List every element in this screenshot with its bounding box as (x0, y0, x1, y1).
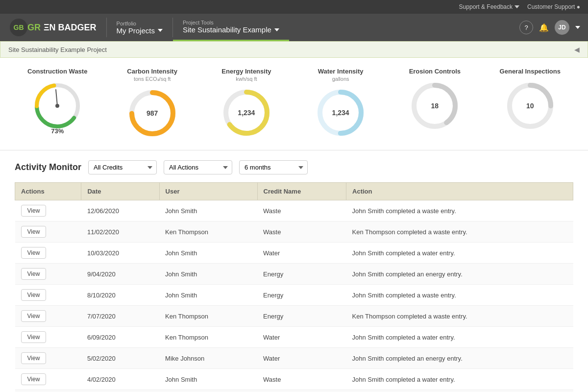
cell-view: View (15, 285, 81, 306)
erosion-controls-gauge: 18 (408, 79, 462, 133)
view-button[interactable]: View (21, 205, 47, 217)
col-header-user: User (159, 183, 257, 200)
cell-user: John Smith (159, 369, 257, 390)
credits-filter[interactable]: All Credits Waste Water Energy Carbon (88, 160, 157, 174)
view-button[interactable]: View (21, 268, 47, 280)
metric-carbon-intensity: Carbon Intensity tons ECO₂/sq ft 987 (123, 68, 182, 140)
cell-credit: Energy (257, 306, 346, 327)
cell-action: Ken Thompson completed a waste entry. (346, 306, 573, 327)
table-row: View 6/09/2020 Ken Thompson Water John S… (15, 327, 573, 348)
cell-user: John Smith (159, 264, 257, 285)
cell-action: John Smith completed an energy entry. (346, 264, 573, 285)
view-button[interactable]: View (21, 373, 47, 385)
col-header-date: Date (81, 183, 159, 200)
cell-date: 10/03/2020 (81, 243, 159, 264)
metrics-row: Construction Waste 73% Carbon Intensity (15, 68, 573, 140)
cell-action: John Smith completed a waste entry. (346, 200, 573, 221)
cell-view: View (15, 306, 81, 327)
activity-header: Activity Monitor All Credits Waste Water… (15, 160, 573, 174)
nav-right: ? 🔔 JD (512, 14, 588, 41)
support-feedback-link[interactable]: Support & Feedback (459, 3, 519, 10)
activity-monitor-title: Activity Monitor (15, 162, 81, 172)
cell-action: Ken Thompson completed a waste entry. (346, 221, 573, 243)
cell-user: Ken Thompson (159, 327, 257, 348)
carbon-intensity-gauge: 987 (125, 86, 179, 140)
cell-view: View (15, 327, 81, 348)
cell-user: John Smith (159, 285, 257, 306)
cell-credit: Waste (257, 200, 346, 221)
notifications-button[interactable]: 🔔 (539, 23, 549, 32)
user-menu-chevron[interactable] (575, 26, 580, 29)
table-header: Actions Date User Credit Name Action (15, 183, 573, 200)
col-header-credit: Credit Name (257, 183, 346, 200)
dashboard-metrics: Construction Waste 73% Carbon Intensity (0, 58, 588, 150)
cell-view: View (15, 369, 81, 390)
metric-construction-waste: Construction Waste 73% (27, 68, 87, 133)
view-button[interactable]: View (21, 247, 47, 259)
logo-area: GB GRΞN BADGER (0, 14, 106, 41)
svg-line-5 (56, 90, 57, 106)
cell-credit: Waste (257, 369, 346, 390)
svg-text:GB: GB (14, 24, 24, 31)
portfolio-nav[interactable]: Portfolio My Projects (107, 14, 172, 41)
metric-general-inspections: General Inspections 10 (500, 68, 561, 133)
view-button[interactable]: View (21, 289, 47, 301)
table-body: View 12/06/2020 John Smith Waste John Sm… (15, 200, 573, 392)
help-button[interactable]: ? (519, 21, 533, 34)
cell-user: John Smith (159, 243, 257, 264)
breadcrumb-text: Site Sustainability Example Project (8, 46, 107, 53)
view-button[interactable]: View (21, 226, 47, 238)
table-row: View 7/07/2020 Ken Thompson Energy Ken T… (15, 306, 573, 327)
table-row: View 3/12/2020 John Smith Energy John Sm… (15, 390, 573, 392)
cell-user: John Smith (159, 390, 257, 392)
actions-filter[interactable]: All Actions Completed Pending (164, 160, 232, 174)
cell-date: 8/10/2020 (81, 285, 159, 306)
col-header-action: Action (346, 183, 573, 200)
table-row: View 8/10/2020 John Smith Energy John Sm… (15, 285, 573, 306)
cell-date: 11/02/2020 (81, 221, 159, 243)
activity-section: Activity Monitor All Credits Waste Water… (0, 150, 588, 392)
cell-action: John Smith completed an energy entry. (346, 390, 573, 392)
months-filter[interactable]: 3 months 6 months 12 months All time (239, 160, 308, 174)
cell-user: Ken Thompson (159, 306, 257, 327)
cell-date: 3/12/2020 (81, 390, 159, 392)
svg-point-6 (55, 104, 59, 108)
cell-credit: Energy (257, 264, 346, 285)
cell-view: View (15, 221, 81, 243)
table-row: View 9/04/2020 John Smith Energy John Sm… (15, 264, 573, 285)
logo-icon: GB (10, 19, 27, 36)
table-row: View 5/02/2020 Mike Johnson Water John S… (15, 348, 573, 369)
cell-date: 7/07/2020 (81, 306, 159, 327)
col-header-actions: Actions (15, 183, 81, 200)
cell-user: Mike Johnson (159, 348, 257, 369)
customer-support-link[interactable]: Customer Support ● (527, 3, 580, 10)
logo-text: GRΞN BADGER (27, 23, 97, 33)
view-button[interactable]: View (21, 310, 47, 322)
metric-erosion-controls: Erosion Controls 18 (405, 68, 464, 133)
cell-date: 12/06/2020 (81, 200, 159, 221)
project-tools-nav[interactable]: Project Tools Site Sustainability Exampl… (173, 14, 289, 41)
metric-energy-intensity: Energy Intensity kwh/sq ft 1,234 (217, 68, 276, 140)
metric-water-intensity: Water Intensity gallons 1,234 (311, 68, 370, 140)
cell-view: View (15, 243, 81, 264)
construction-waste-gauge: 73% (30, 79, 84, 133)
breadcrumb-bar: Site Sustainability Example Project ◀ (0, 41, 588, 58)
breadcrumb-collapse-button[interactable]: ◀ (574, 46, 580, 53)
cell-view: View (15, 264, 81, 285)
activity-table: Actions Date User Credit Name Action Vie… (15, 182, 573, 392)
cell-action: John Smith completed a water entry. (346, 243, 573, 264)
cell-action: John Smith completed a waste entry. (346, 285, 573, 306)
cell-action: John Smith completed an energy entry. (346, 348, 573, 369)
cell-action: John Smith completed a water entry. (346, 369, 573, 390)
nav-bar: GB GRΞN BADGER Portfolio My Projects Pro… (0, 14, 588, 41)
general-inspections-gauge: 10 (503, 79, 557, 133)
cell-credit: Energy (257, 390, 346, 392)
cell-credit: Water (257, 348, 346, 369)
cell-credit: Water (257, 243, 346, 264)
cell-credit: Energy (257, 285, 346, 306)
table-row: View 11/02/2020 Ken Thompson Waste Ken T… (15, 221, 573, 243)
user-avatar[interactable]: JD (555, 20, 569, 35)
cell-date: 5/02/2020 (81, 348, 159, 369)
view-button[interactable]: View (21, 352, 47, 364)
view-button[interactable]: View (21, 331, 47, 343)
